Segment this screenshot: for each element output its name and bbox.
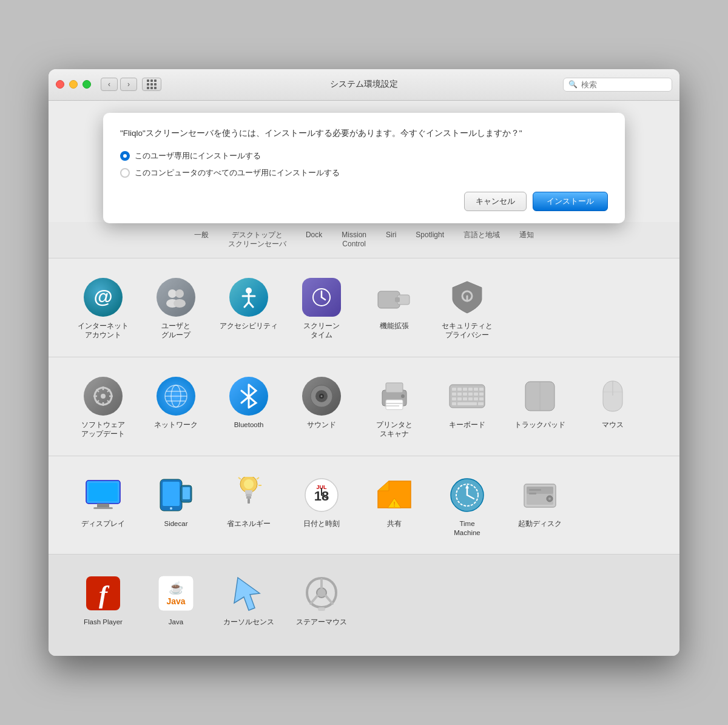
grid-button[interactable]: [142, 78, 161, 91]
search-bar[interactable]: 🔍: [563, 78, 672, 92]
search-input[interactable]: [581, 80, 667, 89]
install-dialog: "Fliqlo"スクリーンセーバを使うには、インストールする必要があります。今す…: [103, 113, 625, 223]
software-update-icon-item[interactable]: ソフトウェアアップデート: [67, 369, 140, 443]
steer-mouse-icon: [302, 574, 341, 613]
svg-point-101: [548, 497, 551, 500]
startup-disk-icon-item[interactable]: 起動ディスク: [504, 468, 576, 542]
network-icon-item[interactable]: ネットワーク: [140, 369, 212, 443]
users-icon: [157, 278, 195, 317]
svg-rect-44: [457, 388, 462, 391]
svg-rect-38: [386, 400, 403, 410]
cursor-sense-label: カーソルセンス: [223, 618, 274, 627]
svg-point-0: [168, 289, 177, 298]
flash-player-label: Flash Player: [84, 618, 123, 627]
svg-rect-113: [318, 607, 325, 611]
svg-rect-86: [248, 499, 250, 504]
trackpad-label: トラックパッド: [514, 420, 565, 430]
radio-user-selected[interactable]: [120, 151, 130, 161]
sidecar-icon-item[interactable]: Sidecar: [140, 468, 212, 542]
sound-icon: [302, 377, 341, 416]
cursor-sense-icon-item[interactable]: カーソルセンス: [212, 567, 285, 632]
energy-icon: [229, 476, 268, 514]
startup-disk-label: 起動ディスク: [518, 519, 562, 528]
svg-line-112: [326, 596, 332, 604]
svg-rect-58: [468, 397, 473, 400]
display-icon-item[interactable]: ディスプレイ: [67, 468, 140, 542]
svg-rect-84: [246, 494, 252, 496]
software-update-icon: [84, 377, 123, 416]
display-label: ディスプレイ: [81, 519, 125, 528]
search-icon: 🔍: [568, 80, 578, 89]
svg-text:☕: ☕: [169, 581, 184, 595]
dialog-overlay: "Fliqlo"スクリーンセーバを使うには、インストールする必要があります。今す…: [49, 101, 679, 235]
svg-rect-52: [468, 393, 473, 396]
svg-point-74: [170, 507, 172, 510]
screentime-icon-item[interactable]: スクリーンタイム: [285, 271, 358, 345]
timemachine-icon-item[interactable]: TimeMachine: [431, 468, 504, 542]
security-label: セキュリティとプライバシー: [442, 322, 493, 340]
internet-accounts-icon[interactable]: @ インターネットアカウント: [67, 271, 140, 345]
sharing-label: 共有: [387, 519, 402, 528]
java-icon: ☕ Java: [157, 574, 195, 613]
datetime-icon-item[interactable]: JUL 18 日付と時刻: [285, 468, 358, 542]
security-icon: [448, 278, 487, 317]
extensions-icon-item[interactable]: 機能拡張: [358, 271, 431, 345]
bluetooth-icon-item[interactable]: Bluetooth: [212, 369, 285, 443]
cancel-button[interactable]: キャンセル: [464, 192, 527, 211]
internet-icon: @: [84, 278, 123, 317]
keyboard-icon-item[interactable]: キーボード: [431, 369, 504, 443]
svg-rect-63: [478, 402, 484, 405]
network-label: ネットワーク: [154, 420, 198, 430]
energy-label: 省エネルギー: [227, 519, 271, 528]
svg-line-82: [238, 477, 241, 479]
radio-all-unselected[interactable]: [120, 168, 130, 178]
svg-rect-14: [395, 297, 400, 302]
hardware-section: ソフトウェアアップデート ネットワーク: [49, 357, 679, 456]
security-icon-item[interactable]: セキュリティとプライバシー: [431, 271, 504, 345]
energy-icon-item[interactable]: 省エネルギー: [212, 468, 285, 542]
users-label: ユーザとグループ: [161, 322, 190, 340]
svg-rect-48: [479, 388, 484, 391]
printer-icon-item[interactable]: プリンタとスキャナ: [358, 369, 431, 443]
sound-icon-item[interactable]: サウンド: [285, 369, 358, 443]
java-icon-item[interactable]: ☕ Java Java: [140, 567, 212, 632]
svg-rect-57: [463, 397, 467, 400]
flash-player-icon-item[interactable]: f Flash Player: [67, 567, 140, 632]
sound-label: サウンド: [307, 420, 336, 430]
other-icons: f Flash Player ☕ Java Java: [67, 567, 661, 632]
accessibility-icon-item[interactable]: アクセシビリティ: [212, 271, 285, 345]
svg-line-8: [249, 302, 253, 307]
svg-rect-49: [452, 393, 456, 396]
trackpad-icon-item[interactable]: トラックパッド: [504, 369, 576, 443]
java-label: Java: [169, 618, 183, 627]
window-title: システム環境設定: [330, 79, 398, 90]
minimize-button[interactable]: [69, 80, 78, 89]
mouse-icon-item[interactable]: マウス: [576, 369, 649, 443]
svg-point-18: [101, 394, 106, 399]
screentime-label: スクリーンタイム: [303, 322, 340, 340]
system-section: ディスプレイ Sidecar: [49, 456, 679, 555]
hardware-icons: ソフトウェアアップデート ネットワーク: [67, 369, 661, 443]
software-update-label: ソフトウェアアップデート: [81, 420, 125, 439]
svg-rect-83: [245, 490, 252, 494]
mouse-icon: [593, 377, 632, 416]
datetime-icon: JUL 18: [302, 476, 341, 514]
radio-all-option[interactable]: このコンピュータのすべてのユーザ用にインストールする: [120, 167, 608, 178]
svg-rect-55: [452, 397, 456, 400]
svg-line-111: [311, 596, 317, 604]
radio-group: このユーザ専用にインストールする このコンピュータのすべてのユーザ用にインストー…: [120, 150, 608, 178]
steer-mouse-icon-item[interactable]: ステアーマウス: [285, 567, 358, 632]
radio-user-option[interactable]: このユーザ専用にインストールする: [120, 150, 608, 161]
close-button[interactable]: [56, 80, 64, 89]
install-button[interactable]: インストール: [533, 192, 608, 211]
back-button[interactable]: ‹: [101, 78, 118, 91]
internet-label: インターネットアカウント: [78, 322, 129, 340]
timemachine-icon: [448, 476, 487, 514]
maximize-button[interactable]: [83, 80, 91, 89]
sharing-icon-item[interactable]: ! 共有: [358, 468, 431, 542]
timemachine-label: TimeMachine: [454, 519, 480, 538]
svg-rect-70: [97, 504, 109, 507]
forward-button[interactable]: ›: [120, 78, 137, 91]
radio-all-label: このコンピュータのすべてのユーザ用にインストールする: [135, 167, 340, 178]
users-groups-icon[interactable]: ユーザとグループ: [140, 271, 212, 345]
